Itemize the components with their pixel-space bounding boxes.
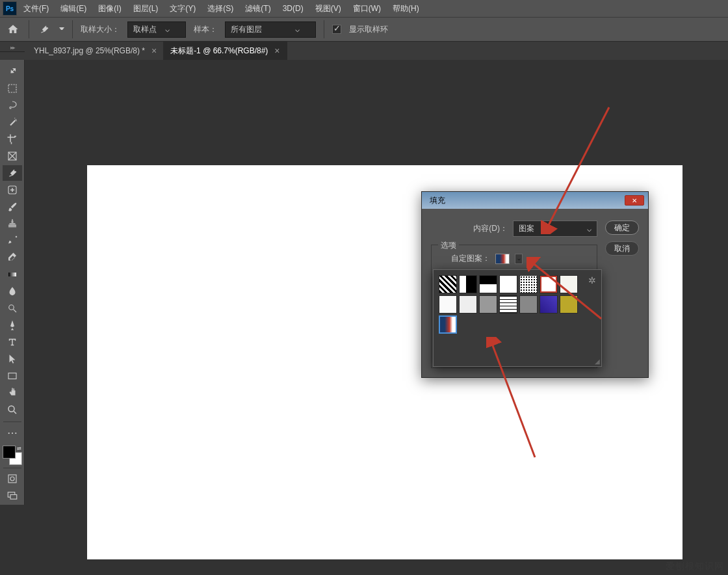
sample-layers-value: 所有图层 xyxy=(231,24,262,35)
magic-wand-tool[interactable] xyxy=(3,114,22,130)
menu-help[interactable]: 帮助(H) xyxy=(387,1,424,17)
menubar: Ps 文件(F) 编辑(E) 图像(I) 图层(L) 文字(Y) 选择(S) 滤… xyxy=(0,0,728,17)
pattern-swatch[interactable] xyxy=(439,295,457,314)
eyedropper-tool-preset-icon[interactable] xyxy=(37,22,51,36)
sample-layers-label: 样本： xyxy=(194,24,217,35)
healing-brush-tool[interactable] xyxy=(3,182,22,198)
options-divider xyxy=(72,20,73,38)
menu-3d[interactable]: 3D(D) xyxy=(278,1,309,16)
pattern-swatch[interactable] xyxy=(499,295,517,314)
sample-layers-select[interactable]: 所有图层 ⌵ xyxy=(225,21,316,38)
pattern-swatch[interactable] xyxy=(499,275,517,293)
document-tab[interactable]: YHL_8937.jpg @ 25%(RGB/8) * × xyxy=(27,42,164,60)
hand-tool[interactable] xyxy=(3,385,22,401)
menu-view[interactable]: 视图(V) xyxy=(310,1,346,17)
pattern-dropdown-button[interactable]: ⌵ xyxy=(515,254,523,264)
options-fieldset-label: 选项 xyxy=(438,240,459,251)
marquee-tool[interactable] xyxy=(3,81,22,96)
menu-edit[interactable]: 编辑(E) xyxy=(55,1,92,17)
resize-handle-icon[interactable]: ◢ xyxy=(595,358,600,365)
pen-tool[interactable] xyxy=(3,317,22,333)
blur-tool[interactable] xyxy=(3,284,22,299)
rectangle-tool[interactable] xyxy=(3,368,22,384)
eraser-tool[interactable] xyxy=(3,250,22,265)
pattern-swatch[interactable] xyxy=(479,275,497,293)
type-tool[interactable] xyxy=(3,334,22,350)
pattern-swatch[interactable] xyxy=(540,275,558,293)
brush-tool[interactable] xyxy=(3,199,22,215)
tab-close-icon[interactable]: × xyxy=(151,46,157,56)
color-swatches[interactable]: ⇄ xyxy=(3,446,22,465)
options-bar: 取样大小： 取样点 ⌵ 样本： 所有图层 ⌵ 显示取样环 xyxy=(0,17,728,42)
content-select[interactable]: 图案 ⌵ xyxy=(513,221,597,237)
menu-select[interactable]: 选择(S) xyxy=(202,1,239,17)
dodge-tool[interactable] xyxy=(3,301,22,316)
clone-stamp-tool[interactable] xyxy=(3,216,22,232)
pattern-swatch[interactable] xyxy=(560,295,578,314)
ps-logo-icon: Ps xyxy=(3,1,17,16)
ok-button[interactable]: 确定 xyxy=(605,221,639,235)
eyedropper-tool[interactable] xyxy=(3,165,22,181)
pattern-settings-gear-icon[interactable]: ✲ xyxy=(588,275,596,361)
pattern-swatch[interactable] xyxy=(439,315,457,334)
screen-mode-tool[interactable] xyxy=(3,488,22,503)
pattern-swatch[interactable] xyxy=(560,275,578,293)
home-icon[interactable] xyxy=(5,21,21,37)
options-divider xyxy=(324,20,324,38)
path-selection-tool[interactable] xyxy=(3,351,22,367)
chevron-down-icon: ⌵ xyxy=(295,25,300,34)
pattern-swatch[interactable] xyxy=(459,275,477,293)
svg-rect-0 xyxy=(8,85,16,92)
foreground-color-swatch[interactable] xyxy=(3,446,16,459)
swap-colors-icon[interactable]: ⇄ xyxy=(17,446,22,451)
gradient-tool[interactable] xyxy=(3,267,22,282)
pattern-swatch[interactable] xyxy=(540,295,558,314)
menu-file[interactable]: 文件(F) xyxy=(18,1,54,17)
dialog-titlebar[interactable]: 填充 ✕ xyxy=(422,192,648,209)
tool-sidebar: ⋯ ⇄ xyxy=(0,60,25,505)
tool-preset-dropdown-icon[interactable] xyxy=(59,27,64,31)
custom-pattern-label: 自定图案： xyxy=(451,253,490,264)
tab-label: YHL_8937.jpg @ 25%(RGB/8) * xyxy=(34,46,145,55)
move-tool[interactable] xyxy=(3,64,22,79)
pattern-swatch[interactable] xyxy=(439,275,457,293)
quick-mask-tool[interactable] xyxy=(3,471,22,487)
tab-label: 未标题-1 @ 66.7%(RGB/8#) xyxy=(170,46,268,57)
svg-rect-10 xyxy=(10,495,17,500)
pattern-swatch[interactable] xyxy=(519,295,538,314)
chevron-down-icon: ⌵ xyxy=(517,256,521,261)
menu-window[interactable]: 窗口(W) xyxy=(348,1,386,17)
pattern-preview-swatch[interactable] xyxy=(495,254,510,264)
sample-size-label: 取样大小： xyxy=(81,24,120,35)
pattern-swatch[interactable] xyxy=(519,275,538,293)
dialog-title: 填充 xyxy=(430,195,445,206)
show-sampling-ring-checkbox[interactable] xyxy=(332,25,341,34)
show-sampling-ring-label: 显示取样环 xyxy=(349,24,388,35)
pattern-swatch[interactable] xyxy=(479,295,497,314)
content-value: 图案 xyxy=(519,223,534,234)
sample-size-select[interactable]: 取样点 ⌵ xyxy=(127,21,186,38)
pattern-picker-popup: ✲ ◢ xyxy=(433,269,602,367)
dialog-close-button[interactable]: ✕ xyxy=(625,195,644,206)
frame-tool[interactable] xyxy=(3,148,22,164)
toolbar-divider xyxy=(3,421,21,422)
menu-layer[interactable]: 图层(L) xyxy=(128,1,164,17)
cancel-button[interactable]: 取消 xyxy=(605,241,639,256)
svg-rect-3 xyxy=(8,273,16,276)
lasso-tool[interactable] xyxy=(3,98,22,113)
menu-filter[interactable]: 滤镜(T) xyxy=(240,1,276,17)
svg-rect-7 xyxy=(8,475,16,483)
document-tab[interactable]: 未标题-1 @ 66.7%(RGB/8#) × xyxy=(164,42,287,60)
history-brush-tool[interactable] xyxy=(3,233,22,248)
edit-toolbar-icon[interactable]: ⋯ xyxy=(3,425,22,440)
tab-close-icon[interactable]: × xyxy=(274,46,280,56)
document-tabbar: YHL_8937.jpg @ 25%(RGB/8) * × 未标题-1 @ 66… xyxy=(0,42,728,60)
svg-point-6 xyxy=(8,406,14,412)
zoom-tool[interactable] xyxy=(3,402,22,418)
svg-rect-5 xyxy=(8,373,16,379)
menu-type[interactable]: 文字(Y) xyxy=(164,1,201,17)
pattern-swatch[interactable] xyxy=(459,295,477,314)
crop-tool[interactable] xyxy=(3,131,22,147)
panel-expand-handle[interactable] xyxy=(0,43,25,52)
menu-image[interactable]: 图像(I) xyxy=(93,1,126,17)
